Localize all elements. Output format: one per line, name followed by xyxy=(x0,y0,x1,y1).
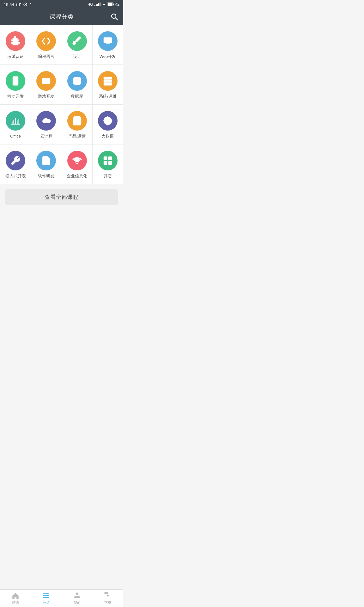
category-icon-software xyxy=(36,151,56,170)
category-item-office[interactable]: Office xyxy=(0,105,31,144)
category-item-exam[interactable]: 考试认证 xyxy=(0,25,31,65)
category-label-programming: 编程语言 xyxy=(38,54,54,59)
category-label-enterprise: 企业信息化 xyxy=(67,174,87,179)
category-icon-webdev xyxy=(98,31,118,51)
category-icon-sysops xyxy=(98,71,118,91)
category-icon-enterprise xyxy=(67,151,87,170)
category-icon-bigdata xyxy=(98,111,118,131)
category-label-exam: 考试认证 xyxy=(7,54,24,59)
category-icon-programming xyxy=(36,31,56,51)
category-label-gamedev: 游戏开发 xyxy=(38,94,54,99)
category-item-programming[interactable]: 编程语言 xyxy=(31,25,62,65)
category-item-webdev[interactable]: Web开发 xyxy=(93,25,123,65)
category-label-webdev: Web开发 xyxy=(100,54,116,59)
category-label-sysops: 系统/运维 xyxy=(99,94,117,99)
category-icon-cloud xyxy=(36,111,56,131)
category-label-software: 软件研发 xyxy=(38,174,54,179)
svg-point-21 xyxy=(105,78,106,79)
category-icon-database xyxy=(67,71,87,91)
category-item-sysops[interactable]: 系统/运维 xyxy=(93,65,123,105)
svg-rect-0 xyxy=(16,3,17,6)
svg-rect-2 xyxy=(19,3,20,6)
svg-rect-9 xyxy=(100,3,100,6)
svg-rect-1 xyxy=(18,3,18,6)
svg-line-14 xyxy=(116,18,118,20)
network: 4G xyxy=(88,2,93,7)
category-label-cloud: 云计算 xyxy=(40,134,52,139)
category-item-design[interactable]: 设计 xyxy=(62,25,93,65)
svg-rect-28 xyxy=(104,161,107,164)
svg-rect-12 xyxy=(113,4,114,5)
svg-rect-29 xyxy=(109,161,112,164)
battery-level: 42 xyxy=(115,2,119,7)
svg-rect-6 xyxy=(96,4,97,6)
category-item-database[interactable]: 数据库 xyxy=(62,65,93,105)
category-icon-gamedev xyxy=(36,71,56,91)
view-all-button[interactable]: 查看全部课程 xyxy=(5,189,118,205)
svg-rect-27 xyxy=(109,157,112,160)
svg-point-23 xyxy=(105,84,106,85)
category-item-software[interactable]: 软件研发 xyxy=(31,144,62,184)
svg-rect-7 xyxy=(97,4,98,6)
category-item-gamedev[interactable]: 游戏开发 xyxy=(31,65,62,105)
category-item-mobile[interactable]: 移动开发 xyxy=(0,65,31,105)
category-icon-embedded xyxy=(6,151,25,170)
header: 课程分类 xyxy=(0,9,123,25)
time: 15:54 xyxy=(4,2,14,7)
svg-rect-26 xyxy=(104,157,107,160)
category-item-product[interactable]: 产品/运营 xyxy=(62,105,93,144)
category-icon-design xyxy=(67,31,87,51)
svg-rect-8 xyxy=(98,3,99,6)
search-button[interactable] xyxy=(111,13,118,21)
category-label-mobile: 移动开发 xyxy=(7,94,24,99)
category-icon-exam xyxy=(6,31,25,51)
category-label-bigdata: 大数据 xyxy=(101,134,114,139)
category-label-product: 产品/运营 xyxy=(68,134,86,139)
svg-rect-11 xyxy=(108,3,112,6)
category-item-cloud[interactable]: 云计算 xyxy=(31,105,62,144)
page-title: 课程分类 xyxy=(50,13,74,21)
svg-point-16 xyxy=(15,83,16,84)
category-icon-product xyxy=(67,111,87,131)
category-label-database: 数据库 xyxy=(71,94,83,99)
category-item-enterprise[interactable]: 企业信息化 xyxy=(62,144,93,184)
category-icon-other xyxy=(98,151,118,170)
category-item-bigdata[interactable]: 大数据 xyxy=(93,105,123,144)
svg-rect-5 xyxy=(94,5,95,6)
category-icon-mobile xyxy=(6,71,25,91)
svg-point-4 xyxy=(25,4,26,5)
category-item-other[interactable]: 其它 xyxy=(93,144,123,184)
category-grid: 考试认证 编程语言 设计 Web开发 移动开发 游戏开发 数据库 xyxy=(0,25,123,184)
category-icon-office xyxy=(6,111,25,131)
status-bar: 15:54 4G 42 xyxy=(0,0,123,9)
category-label-design: 设计 xyxy=(73,54,81,59)
category-label-office: Office xyxy=(10,134,21,139)
category-label-embedded: 嵌入式开发 xyxy=(5,174,26,179)
category-label-other: 其它 xyxy=(104,174,112,179)
svg-point-25 xyxy=(76,163,77,164)
svg-point-22 xyxy=(105,81,106,82)
category-item-embedded[interactable]: 嵌入式开发 xyxy=(0,144,31,184)
